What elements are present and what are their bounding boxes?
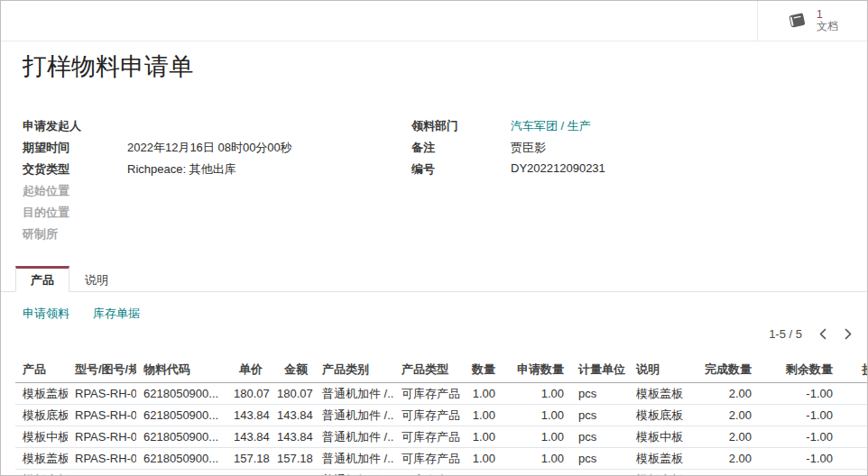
field-label: 目的位置	[23, 205, 127, 221]
col-header-unit-price[interactable]: 单价	[226, 358, 270, 383]
cell-done-qty: 2.00	[697, 383, 759, 405]
cell-description: 模板底板	[629, 405, 697, 426]
pager-range: 1-5 / 5	[769, 327, 802, 341]
cell-request-qty: 1.00	[503, 405, 571, 426]
table-row[interactable]: 模板中板RPAS-RH-05...6218050900...143.84143.…	[15, 426, 867, 448]
field-label: 期望时间	[23, 140, 127, 156]
cell-product: 模板底板	[15, 405, 68, 426]
cell-model: RPAS-RH-05...	[68, 448, 136, 470]
field-row: 研制所	[23, 226, 411, 248]
documents-button[interactable]: 1 文档	[757, 1, 867, 41]
cell-unit-price: 143.84	[226, 426, 270, 448]
field-label: 备注	[411, 140, 511, 156]
tab-1[interactable]: 说明	[69, 266, 124, 292]
field-value: 贾臣影	[511, 140, 546, 156]
cell-amount: 143.84	[270, 426, 315, 448]
cell-product: 模板中板	[15, 470, 68, 476]
cell-description: 模板盖板	[629, 383, 697, 405]
cell-uom: pcs	[571, 448, 629, 470]
col-header-model[interactable]: 型号/图号/规...	[68, 358, 136, 383]
col-header-done-qty[interactable]: 完成数量	[697, 358, 759, 383]
table-row[interactable]: 模板盖板RPAS-RH-05...6218050900...157.18157.…	[15, 448, 867, 470]
cell-uom: pcs	[571, 383, 629, 405]
action-link-1[interactable]: 库存单据	[93, 306, 140, 322]
cell-remaining-qty: -1.00	[759, 448, 840, 470]
field-label: 起始位置	[23, 183, 127, 199]
field-label: 领料部门	[411, 118, 511, 134]
cell-model: RPAS-RH-05...	[68, 405, 136, 426]
cell-category: 普通机加件 /...	[315, 426, 394, 448]
product-lines: 产品型号/图号/规...物料代码单价金额产品类别产品类型数量申请数量计量单位说明…	[15, 358, 867, 475]
action-link-0[interactable]: 申请领料	[23, 306, 69, 322]
notebook-tabs: 产品说明	[1, 266, 867, 292]
cell-material-code: 6218050900...	[136, 405, 226, 426]
table-row[interactable]: 模板中板RPAS-RH-05...6218050900...143.84143.…	[15, 470, 867, 476]
field-row: 备注贾臣影	[411, 140, 853, 161]
cell-remaining-qty: -1.00	[759, 405, 840, 426]
table-row[interactable]: 模板盖板RPAS-RH-05...6218050900...180.07180.…	[15, 383, 867, 405]
form-fields: 申请发起人期望时间2022年12月16日 08时00分00秒交货类型Richpe…	[23, 118, 853, 248]
table-header-row: 产品型号/图号/规...物料代码单价金额产品类别产品类型数量申请数量计量单位说明…	[15, 358, 867, 383]
product-lines-table: 产品型号/图号/规...物料代码单价金额产品类别产品类型数量申请数量计量单位说明…	[15, 358, 867, 475]
cell-qty: 1.00	[463, 383, 503, 405]
cell-clipped-extra	[840, 426, 867, 448]
col-header-category[interactable]: 产品类别	[315, 358, 394, 383]
cell-category: 普通机加件 /...	[315, 405, 394, 426]
cell-request-qty: 1.00	[503, 426, 571, 448]
fields-right-column: 领料部门汽车军团 / 生产备注贾臣影编号DY202212090231	[411, 118, 853, 248]
cell-product: 模板盖板	[15, 383, 68, 405]
cell-uom: pcs	[571, 426, 629, 448]
cell-type: 可库存产品	[394, 426, 463, 448]
table-row[interactable]: 模板底板RPAS-RH-05...6218050900...143.84143.…	[15, 405, 867, 426]
page-title: 打样物料申请单	[23, 51, 193, 83]
cell-unit-price: 157.18	[226, 448, 270, 470]
field-row: 起始位置	[23, 183, 411, 205]
action-links: 申请领料库存单据	[23, 306, 140, 322]
chevron-left-icon	[818, 328, 827, 340]
cell-model: RPAS-RH-05...	[68, 383, 136, 405]
cell-done-qty: 2.00	[697, 448, 759, 470]
cell-clipped-extra	[840, 405, 867, 426]
cell-amount: 143.84	[270, 405, 315, 426]
col-header-product[interactable]: 产品	[15, 358, 68, 383]
col-header-remaining-qty[interactable]: 剩余数量	[759, 358, 840, 383]
cell-request-qty: 1.00	[503, 448, 571, 470]
cell-remaining-qty: -1.00	[759, 426, 840, 448]
field-row: 期望时间2022年12月16日 08时00分00秒	[23, 140, 411, 161]
field-row: 申请发起人	[23, 118, 411, 140]
cell-amount: 180.07	[270, 383, 315, 405]
col-header-description[interactable]: 说明	[629, 358, 697, 383]
cell-type: 可库存产品	[394, 448, 463, 470]
col-header-amount[interactable]: 金额	[270, 358, 315, 383]
tab-0[interactable]: 产品	[15, 266, 69, 292]
col-header-request-qty[interactable]: 申请数量	[503, 358, 571, 383]
pager-next-button[interactable]	[844, 328, 853, 340]
col-header-type[interactable]: 产品类型	[394, 358, 463, 383]
cell-description: 模板盖板	[629, 448, 697, 470]
field-row: 编号DY202212090231	[411, 161, 853, 183]
field-label: 申请发起人	[23, 118, 127, 134]
cell-qty: 1.00	[463, 448, 503, 470]
cell-unit-price: 143.84	[226, 405, 270, 426]
field-label: 研制所	[23, 226, 127, 243]
col-header-uom[interactable]: 计量单位	[571, 358, 629, 383]
cell-product: 模板中板	[15, 426, 68, 448]
col-header-clipped-extra[interactable]: 损	[840, 358, 867, 383]
field-value-link[interactable]: 汽车军团 / 生产	[511, 118, 591, 134]
cell-remaining-qty: -1.00	[759, 383, 840, 405]
col-header-material-code[interactable]: 物料代码	[136, 358, 226, 383]
cell-clipped-extra	[840, 383, 867, 405]
field-value: Richpeace: 其他出库	[127, 161, 236, 178]
cell-type: 可库存产品	[394, 383, 463, 405]
cell-clipped-extra	[840, 470, 867, 476]
cell-unit-price: 180.07	[226, 383, 270, 405]
cell-done-qty: 2.00	[697, 405, 759, 426]
cell-request-qty: 1.00	[503, 470, 571, 476]
documents-stat: 1 文档	[817, 9, 838, 32]
cell-done-qty: 2.00	[697, 426, 759, 448]
col-header-qty[interactable]: 数量	[463, 358, 503, 383]
cell-type: 可库存产品	[394, 470, 463, 476]
pager-previous-button[interactable]	[818, 328, 827, 340]
field-row: 交货类型Richpeace: 其他出库	[23, 161, 411, 183]
documents-label: 文档	[817, 21, 838, 32]
